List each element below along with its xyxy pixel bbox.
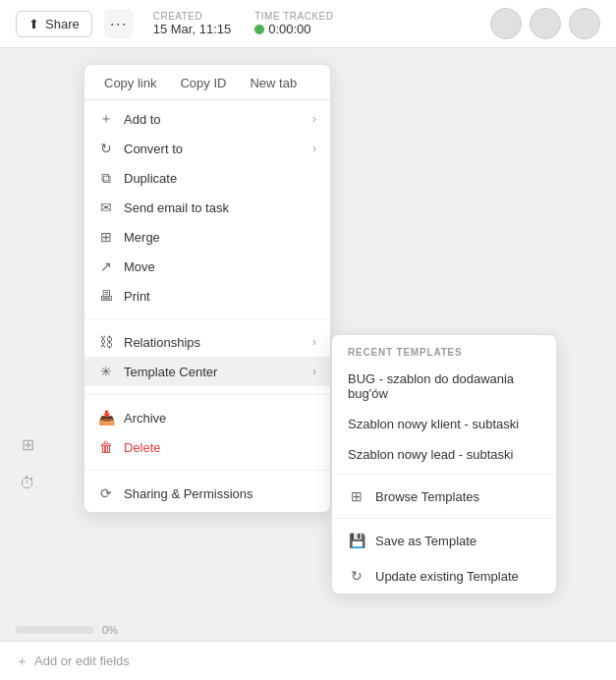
- sharing-label: Sharing & Permissions: [124, 486, 253, 501]
- time-tracked-value: 0:00:00: [254, 22, 333, 36]
- progress-bar: [16, 626, 94, 634]
- sidebar-icon-2[interactable]: ⏱: [16, 472, 39, 495]
- add-edit-fields-button[interactable]: ＋ Add or edit fields: [16, 652, 130, 670]
- move-icon: ↗: [98, 258, 114, 274]
- convert-to-icon: ↻: [98, 141, 114, 156]
- time-value: 0:00:00: [268, 22, 310, 36]
- recent-template-3[interactable]: Szablon nowy lead - subtaski: [332, 439, 556, 470]
- delete-icon: 🗑: [98, 439, 114, 455]
- delete-label: Delete: [124, 440, 161, 455]
- divider-2: [84, 394, 330, 395]
- relationships-chevron-icon: ›: [312, 335, 316, 349]
- sidebar-icon-1[interactable]: ⊞: [16, 432, 39, 456]
- template-center-item[interactable]: ✳ Template Center ›: [84, 357, 330, 386]
- share-button[interactable]: ⬆ Share: [16, 11, 92, 37]
- template-center-label: Template Center: [124, 365, 217, 379]
- merge-item[interactable]: ⊞ Merge: [84, 222, 330, 252]
- convert-to-left: ↻ Convert to: [98, 141, 183, 156]
- sub-divider-1: [332, 474, 556, 475]
- add-fields-label: Add or edit fields: [34, 653, 130, 668]
- relationships-left: ⛓ Relationships: [98, 334, 200, 350]
- browse-templates-icon: ⊞: [348, 487, 365, 505]
- merge-label: Merge: [124, 230, 160, 245]
- copy-id-tab[interactable]: Copy ID: [168, 71, 238, 100]
- delete-left: 🗑 Delete: [98, 439, 161, 455]
- menu-section-3: 📥 Archive 🗑 Delete: [84, 399, 330, 466]
- copy-link-tab[interactable]: Copy link: [92, 71, 168, 100]
- duplicate-item[interactable]: ⧉ Duplicate: [84, 163, 330, 193]
- relationships-icon: ⛓: [98, 334, 114, 350]
- recent-template-2-label: Szablon nowy klient - subtaski: [348, 417, 519, 431]
- time-tracked-label: TIME TRACKED: [254, 11, 333, 22]
- recent-template-1[interactable]: BUG - szablon do dodawania bug'ów: [332, 364, 556, 409]
- add-to-chevron-icon: ›: [312, 112, 316, 126]
- context-menu: Copy link Copy ID New tab ＋ Add to › ↻ C…: [84, 64, 331, 513]
- print-left: 🖶 Print: [98, 288, 150, 304]
- save-as-template-icon: 💾: [348, 532, 365, 549]
- merge-left: ⊞ Merge: [98, 229, 160, 245]
- save-as-template-label: Save as Template: [375, 534, 476, 548]
- template-center-icon: ✳: [98, 364, 114, 379]
- more-options-button[interactable]: ···: [104, 9, 134, 38]
- send-email-left: ✉ Send email to task: [98, 199, 229, 215]
- sharing-icon: ⟳: [98, 485, 114, 501]
- duplicate-icon: ⧉: [98, 170, 114, 186]
- avatar: [569, 8, 600, 39]
- menu-section-2: ⛓ Relationships › ✳ Template Center ›: [84, 323, 330, 390]
- divider-1: [84, 318, 330, 319]
- add-to-icon: ＋: [98, 111, 114, 127]
- archive-icon: 📥: [98, 410, 114, 425]
- share-icon: ⬆: [28, 17, 39, 31]
- avatar: [530, 8, 561, 39]
- sharing-left: ⟳ Sharing & Permissions: [98, 485, 253, 501]
- relationships-item[interactable]: ⛓ Relationships ›: [84, 327, 330, 357]
- duplicate-label: Duplicate: [124, 171, 177, 186]
- sharing-permissions-item[interactable]: ⟳ Sharing & Permissions: [84, 479, 330, 508]
- archive-left: 📥 Archive: [98, 410, 166, 425]
- save-as-template-item[interactable]: 💾 Save as Template: [332, 523, 556, 558]
- recent-templates-header: RECENT TEMPLATES: [332, 335, 556, 364]
- browse-templates-item[interactable]: ⊞ Browse Templates: [332, 479, 556, 514]
- progress-percent: 0%: [102, 624, 118, 636]
- topbar: ⬆ Share ··· CREATED 15 Mar, 11:15 TIME T…: [0, 0, 616, 48]
- add-fields-icon: ＋: [16, 652, 28, 670]
- created-value: 15 Mar, 11:15: [153, 22, 232, 36]
- update-template-icon: ↻: [348, 567, 365, 585]
- menu-section-1: ＋ Add to › ↻ Convert to › ⧉ Duplicate ✉ …: [84, 100, 330, 314]
- archive-item[interactable]: 📥 Archive: [84, 403, 330, 432]
- created-meta: CREATED 15 Mar, 11:15: [153, 11, 232, 36]
- add-to-left: ＋ Add to: [98, 111, 161, 127]
- share-label: Share: [45, 17, 80, 31]
- print-label: Print: [124, 289, 150, 304]
- convert-to-item[interactable]: ↻ Convert to ›: [84, 134, 330, 163]
- side-icons: ⊞ ⏱: [16, 432, 39, 495]
- update-template-label: Update existing Template: [375, 569, 519, 584]
- browse-templates-label: Browse Templates: [375, 489, 479, 504]
- bottom-bar: ＋ Add or edit fields: [0, 641, 616, 680]
- template-submenu: RECENT TEMPLATES BUG - szablon do dodawa…: [331, 334, 557, 595]
- new-tab-tab[interactable]: New tab: [238, 71, 308, 100]
- convert-to-label: Convert to: [124, 142, 183, 156]
- menu-section-4: ⟳ Sharing & Permissions: [84, 475, 330, 512]
- move-label: Move: [124, 259, 155, 274]
- convert-to-chevron-icon: ›: [312, 142, 316, 155]
- recent-template-1-label: BUG - szablon do dodawania bug'ów: [348, 371, 514, 401]
- print-icon: 🖶: [98, 288, 114, 304]
- send-email-label: Send email to task: [124, 200, 229, 215]
- move-left: ↗ Move: [98, 258, 155, 274]
- template-center-chevron-icon: ›: [312, 365, 316, 378]
- avatar-group: [490, 8, 600, 39]
- tab-row: Copy link Copy ID New tab: [84, 65, 330, 100]
- duplicate-left: ⧉ Duplicate: [98, 170, 177, 186]
- print-item[interactable]: 🖶 Print: [84, 281, 330, 311]
- time-tracked-meta: TIME TRACKED 0:00:00: [254, 11, 333, 36]
- recent-template-2[interactable]: Szablon nowy klient - subtaski: [332, 409, 556, 439]
- archive-label: Archive: [124, 411, 166, 425]
- send-email-item[interactable]: ✉ Send email to task: [84, 193, 330, 222]
- delete-item[interactable]: 🗑 Delete: [84, 432, 330, 462]
- move-item[interactable]: ↗ Move: [84, 252, 330, 281]
- created-label: CREATED: [153, 11, 232, 22]
- add-to-item[interactable]: ＋ Add to ›: [84, 104, 330, 134]
- update-template-item[interactable]: ↻ Update existing Template: [332, 558, 556, 594]
- progress-area: 0%: [16, 624, 118, 636]
